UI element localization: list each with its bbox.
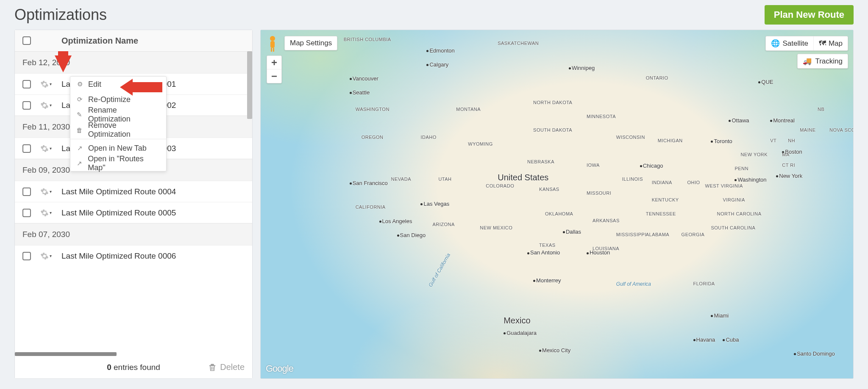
table-footer: 0 entries found Delete <box>15 356 252 378</box>
pencil-icon: ✎ <box>76 111 83 119</box>
map-terrain <box>261 30 853 378</box>
zoom-in-button[interactable]: + <box>267 56 281 69</box>
row-checkbox[interactable] <box>22 101 31 110</box>
row-actions-button[interactable]: ▾ <box>40 252 52 260</box>
row-checkbox[interactable] <box>22 80 31 88</box>
date-group-header: Feb 12, 2030 <box>15 51 252 73</box>
annotation-arrow-left <box>120 79 162 96</box>
route-name: Last Mile Optimized Route 0006 <box>61 251 245 261</box>
ctx-open-routes-label: Open in "Routes Map" <box>88 154 160 172</box>
map-panel[interactable]: Map Settings + − 🌐Satellite 🗺Map 🚚Tracki… <box>260 30 854 379</box>
zoom-control: + − <box>267 55 282 83</box>
chevron-down-icon: ▾ <box>50 103 52 108</box>
entries-count: 0 entries found <box>107 363 160 372</box>
zoom-out-button[interactable]: − <box>267 69 281 83</box>
satellite-toggle[interactable]: 🌐Satellite <box>766 36 813 50</box>
gear-icon <box>40 209 49 217</box>
row-checkbox[interactable] <box>22 252 31 260</box>
row-actions-button[interactable]: ▾ <box>40 144 52 153</box>
map-settings-button[interactable]: Map Settings <box>284 36 337 50</box>
select-all-checkbox[interactable] <box>22 36 31 45</box>
annotation-arrow-down <box>55 51 72 77</box>
column-optimization-name: Optimization Name <box>61 36 245 46</box>
tracking-label: Tracking <box>815 57 843 66</box>
chevron-down-icon: ▾ <box>50 254 52 258</box>
tracking-button[interactable]: 🚚Tracking <box>797 54 848 69</box>
page-title: Optimizations <box>14 6 107 24</box>
row-actions-button[interactable]: ▾ <box>40 209 52 217</box>
row-checkbox[interactable] <box>22 144 31 153</box>
route-row[interactable]: ▾Last Mile Optimized Route 0004 <box>15 181 252 202</box>
ctx-remove[interactable]: 🗑Remove Optimization <box>70 122 166 138</box>
svg-rect-3 <box>273 48 274 52</box>
chevron-down-icon: ▾ <box>50 146 52 151</box>
google-logo: Google <box>266 363 293 374</box>
ctx-open-tab[interactable]: ↗Open in New Tab <box>70 141 166 156</box>
gear-icon <box>40 144 49 153</box>
row-actions-button[interactable]: ▾ <box>40 80 52 88</box>
chevron-down-icon: ▾ <box>50 210 52 215</box>
row-checkbox[interactable] <box>22 209 31 217</box>
ctx-open-tab-label: Open in New Tab <box>88 144 147 153</box>
external-link-icon: ↗ <box>76 144 83 152</box>
gear-icon <box>40 252 49 260</box>
date-group-header: Feb 07, 2030 <box>15 223 252 245</box>
satellite-label: Satellite <box>782 39 808 48</box>
delete-label: Delete <box>220 362 245 372</box>
ctx-rename[interactable]: ✎Rename Optimization <box>70 107 166 122</box>
refresh-icon: ⟳ <box>76 96 83 103</box>
svg-rect-2 <box>271 48 272 52</box>
route-row[interactable]: ▾Last Mile Optimized Route 0005 <box>15 202 252 223</box>
gear-icon: ⚙ <box>76 80 83 88</box>
globe-icon: 🌐 <box>771 39 780 48</box>
delete-button[interactable]: Delete <box>208 362 245 372</box>
route-name: Last Mile Optimized Route 0005 <box>61 208 245 218</box>
trash-icon: 🗑 <box>76 127 83 134</box>
row-actions-button[interactable]: ▾ <box>40 188 52 196</box>
map-icon: 🗺 <box>819 39 826 48</box>
row-actions-button[interactable]: ▾ <box>40 101 52 110</box>
ctx-remove-label: Remove Optimization <box>88 121 160 139</box>
row-checkbox[interactable] <box>22 188 31 196</box>
map-toggle[interactable]: 🗺Map <box>814 36 848 50</box>
trash-icon <box>208 363 217 372</box>
ctx-edit-label: Edit <box>88 80 101 89</box>
pegman-icon[interactable] <box>267 35 278 52</box>
chevron-down-icon: ▾ <box>50 189 52 194</box>
truck-icon: 🚚 <box>803 57 812 66</box>
gear-icon <box>40 80 49 88</box>
ctx-reoptimize-label: Re-Optimize <box>88 95 131 104</box>
map-label: Map <box>829 39 843 48</box>
gear-icon <box>40 101 49 110</box>
route-name: Last Mile Optimized Route 0004 <box>61 187 245 196</box>
plan-new-route-button[interactable]: Plan New Route <box>765 5 854 25</box>
external-link-icon: ↗ <box>76 160 83 167</box>
optimizations-panel: Optimization Name Feb 12, 2030▾Last Mile… <box>14 30 253 379</box>
ctx-open-routes[interactable]: ↗Open in "Routes Map" <box>70 156 166 171</box>
svg-rect-1 <box>270 41 275 48</box>
table-header-row: Optimization Name <box>15 30 252 51</box>
gear-icon <box>40 188 49 196</box>
vertical-scrollbar[interactable] <box>247 51 252 288</box>
svg-point-0 <box>270 36 275 41</box>
horizontal-scrollbar[interactable] <box>15 352 252 356</box>
chevron-down-icon: ▾ <box>50 82 52 86</box>
route-row[interactable]: ▾Last Mile Optimized Route 0006 <box>15 245 252 266</box>
map-type-control: 🌐Satellite 🗺Map <box>765 36 848 51</box>
